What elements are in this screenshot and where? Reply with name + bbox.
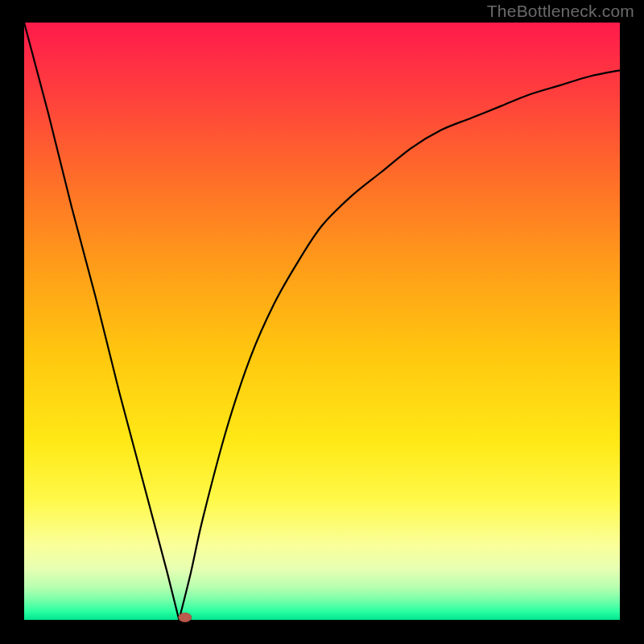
optimal-point-marker bbox=[179, 613, 192, 622]
bottleneck-chart bbox=[0, 0, 644, 644]
chart-frame: TheBottleneck.com bbox=[0, 0, 644, 644]
watermark-label: TheBottleneck.com bbox=[487, 2, 634, 21]
plot-area bbox=[24, 23, 620, 620]
